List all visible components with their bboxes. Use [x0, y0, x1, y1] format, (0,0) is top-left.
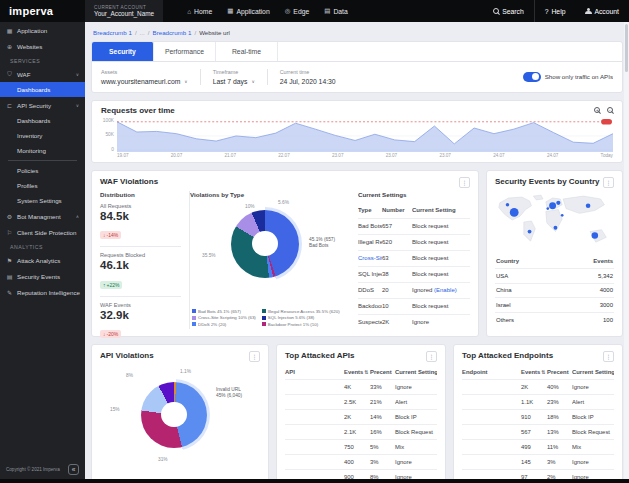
sidebar-section-analytics: ANALYTICS [0, 240, 85, 252]
zoom-in-icon[interactable]: + [594, 107, 600, 113]
table-row: Backdoor Protect10Block request [358, 298, 470, 314]
sidebar-item-websites[interactable]: ⊕Websites [0, 38, 85, 54]
sidebar-footer: Copyright © 2021 Imperva « [0, 464, 85, 475]
kebab-icon: ⋮ [252, 353, 258, 360]
arrow-down-icon: ↓ [103, 331, 106, 337]
table-row: 2.1K16%Block Request [285, 424, 437, 439]
donut-legend: Bad Bots 45.1% (657) Illegal Resource Ac… [192, 309, 340, 327]
donut-callout: Invalid URL45% (6,040) [216, 387, 242, 400]
donut-label-magenta: 31% [158, 457, 168, 462]
sidebar-item-api-dashboards[interactable]: Dashboards [0, 113, 85, 128]
breadcrumb-link-1[interactable]: Breadcrumb 1 [93, 29, 132, 36]
account-button[interactable]: Account [575, 0, 629, 22]
application-icon: ▦ [227, 7, 233, 15]
assets-dropdown[interactable]: www.yoursitenameurl.com∨ [101, 78, 188, 85]
search-button[interactable]: Search [483, 0, 534, 22]
sidebar-item-attack-analytics[interactable]: ⚑Attack Analytics [0, 252, 85, 268]
timeframe-dropdown[interactable]: Last 7 days∨ [213, 78, 255, 85]
assets-filter: Assets www.yoursitenameurl.com∨ [101, 69, 200, 85]
sidebar-collapse-button[interactable]: « [68, 464, 79, 475]
table-header: Endpoint Events⇅ Precent Current Setting… [462, 365, 614, 379]
panel-title: Top Attacked Endpoints [462, 351, 553, 360]
panel-menu-button[interactable]: ⋮ [603, 351, 614, 362]
y-axis: 100K 50K 0 [101, 118, 117, 152]
api-violations-donut[interactable] [141, 382, 207, 448]
donut-label-orange: 1.1% [180, 369, 191, 374]
area-fill [117, 121, 613, 151]
violations-donut-halo [228, 207, 302, 281]
bot-management-icon: ⚙ [6, 213, 13, 220]
sidebar-section-services: SERVICES [0, 54, 85, 66]
tab-performance[interactable]: Performance [154, 42, 216, 61]
sidebar-item-inventory[interactable]: Inventory [0, 128, 85, 143]
imperva-logo: imperva [0, 0, 85, 22]
donut-label-xss: 10% [245, 204, 255, 209]
table-row: Illegal Resource Access620Block request [358, 234, 470, 250]
timeframe-filter: Timeframe Last 7 days∨ [200, 69, 267, 85]
nav-application[interactable]: ▦Application [227, 7, 269, 15]
api-violations-panel: API Violations ⋮ 1.1% 8% 15% 31% Invalid… [91, 344, 269, 483]
arrow-up-icon: ↑ [103, 282, 106, 288]
shield-icon: ⛉ [6, 71, 13, 78]
nav-data[interactable]: ▤Data [324, 7, 348, 15]
tab-realtime[interactable]: Real-time [216, 42, 278, 61]
violations-by-type-donut[interactable] [231, 210, 299, 278]
panel-title: Requests over time [101, 106, 175, 115]
sidebar-item-profiles[interactable]: Profiles [0, 178, 85, 193]
tab-security[interactable]: Security [92, 42, 154, 61]
chevron-down-icon: ∨ [76, 72, 79, 77]
sidebar-item-monitoring[interactable]: Monitoring [0, 143, 85, 158]
sidebar-item-waf[interactable]: ⛉WAF∨ [0, 66, 85, 82]
breadcrumb: Breadcrumb 1 / ... / Breadcrumb 1 / Webs… [91, 25, 623, 41]
sidebar-item-client-side-protection[interactable]: ⚐Client Side Protection [0, 224, 85, 240]
tabs-filter-card: Security Performance Real-time Assets ww… [91, 41, 623, 93]
window-bottom-edge [0, 479, 629, 483]
sidebar-item-api-security[interactable]: ⊏API Security∨ [0, 97, 85, 113]
data-icon: ▤ [324, 7, 330, 15]
sidebar-item-application[interactable]: ▦Application [0, 22, 85, 38]
panel-menu-button[interactable]: ⋮ [426, 351, 437, 362]
vertical-scrollbar [624, 22, 629, 479]
client-side-protection-icon: ⚐ [6, 229, 13, 236]
sidebar-item-reputation-intelligence[interactable]: ✎Reputation Intelligence [0, 284, 85, 300]
requests-area-chart[interactable] [117, 118, 613, 152]
panel-menu-button[interactable]: ⋮ [459, 177, 470, 188]
scrollbar-thumb[interactable] [625, 24, 628, 72]
zoom-out-icon[interactable]: - [607, 107, 613, 113]
search-icon [493, 8, 499, 14]
table-row: 1.1K23%Alert [462, 394, 614, 409]
sidebar-item-policies[interactable]: Policies [0, 163, 85, 178]
xss-link[interactable]: Cross-Site Scripting [358, 255, 382, 261]
sort-events[interactable]: Events⇅ [344, 369, 370, 375]
top-attacked-apis-table: API Events⇅ Precent Current Settings 4K3… [285, 365, 437, 483]
sidebar-item-security-events[interactable]: ▤Security Events [0, 268, 85, 284]
help-button[interactable]: ?Help [534, 0, 576, 22]
current-settings-table: TypeNumberCurrent Setting Bad Bots657Blo… [358, 203, 470, 330]
nav-edge[interactable]: ◎Edge [285, 7, 310, 15]
trend-badge-up: ↑+22% [100, 281, 122, 289]
table-header: API Events⇅ Precent Current Settings [285, 365, 437, 379]
sidebar-item-bot-management[interactable]: ⚙Bot Managment∧ [0, 208, 85, 224]
sidebar-item-waf-dashboards[interactable]: Dashboards [0, 82, 85, 97]
donut-callout: 45.1% (657)Bad Bots [309, 237, 335, 250]
distribution-column: Distribution All Requests 84.5k ↓-14% Re… [100, 191, 190, 329]
sort-events[interactable]: Events⇅ [521, 369, 547, 375]
nav-home[interactable]: ⌂Home [187, 8, 212, 15]
breadcrumb-ellipsis[interactable]: ... [140, 29, 145, 36]
breadcrumb-link-2[interactable]: Breadcrumb 1 [153, 29, 192, 36]
table-row: 4003%Ignore [285, 454, 437, 469]
account-icon [585, 8, 591, 14]
application-grid-icon: ▦ [6, 27, 13, 34]
enable-link[interactable]: (Enable) [434, 287, 457, 293]
table-row: 2K14%Block IP [285, 409, 437, 424]
sidebar-item-system-settings[interactable]: System Settings [0, 193, 85, 208]
filter-bar: Assets www.yoursitenameurl.com∨ Timefram… [92, 62, 622, 92]
account-switcher[interactable]: CURRENT ACCOUNT Your_Account_Name [85, 0, 163, 22]
copyright-text: Copyright © 2021 Imperva [6, 467, 60, 472]
edge-icon: ◎ [285, 7, 291, 15]
sort-icon: ⇅ [364, 369, 368, 375]
panel-menu-button[interactable]: ⋮ [249, 351, 260, 362]
api-traffic-toggle[interactable] [523, 72, 541, 82]
panel-menu-button[interactable]: ⋮ [603, 177, 614, 188]
stat-waf-events: WAF Events 32.9k ↓-20% [100, 302, 181, 341]
